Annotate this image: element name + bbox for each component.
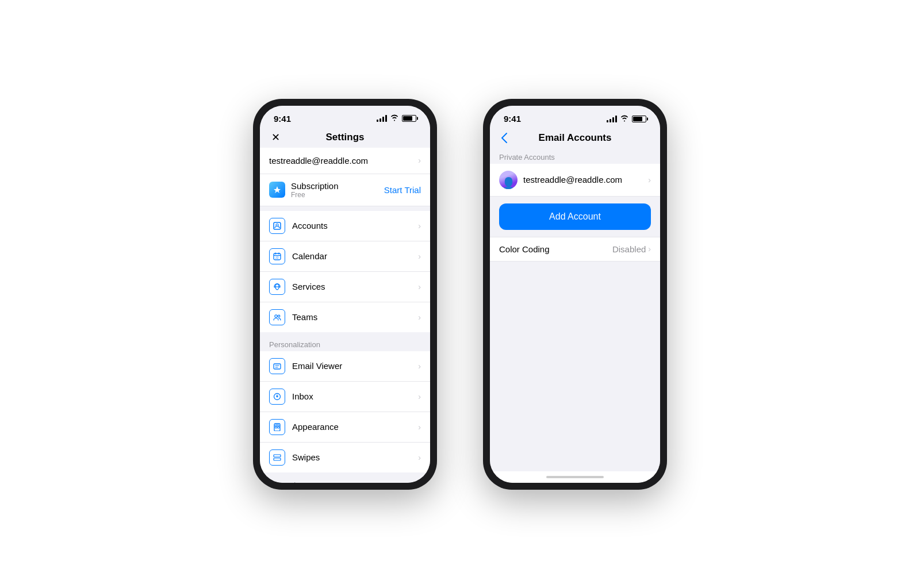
subscription-title: Subscription	[291, 181, 339, 191]
account-avatar: 👤	[499, 171, 518, 189]
account-email-row[interactable]: testreaddle@readdle.com ›	[260, 148, 430, 174]
wifi-icon-1	[390, 114, 398, 123]
settings-item-calendar[interactable]: 22 Calendar ›	[260, 241, 430, 272]
inbox-chevron: ›	[418, 392, 421, 401]
settings-item-swipes[interactable]: Swipes ›	[260, 443, 430, 472]
wifi-icon-2	[620, 114, 628, 124]
phone-settings: 9:41	[253, 99, 437, 490]
account-email-text: testreaddle@readdle.com	[269, 156, 368, 166]
calendar-icon: 22	[269, 248, 285, 264]
appearance-label: Appearance	[292, 422, 339, 432]
home-indicator	[490, 471, 660, 483]
private-accounts-label: Private Accounts	[490, 148, 660, 164]
settings-nav-bar: ✕ Settings	[260, 127, 430, 148]
services-label: Services	[292, 282, 325, 291]
subscription-subtitle: Free	[291, 191, 339, 199]
svg-rect-7	[274, 364, 281, 369]
accounts-label: Accounts	[292, 221, 328, 230]
settings-item-inbox[interactable]: Inbox ›	[260, 382, 430, 412]
color-coding-label: Color Coding	[499, 244, 550, 254]
status-time-2: 9:41	[504, 114, 521, 124]
services-icon	[269, 279, 285, 295]
color-coding-row[interactable]: Color Coding Disabled ›	[490, 237, 660, 262]
personalization-group: Email Viewer ›	[260, 351, 430, 472]
status-bar-2: 9:41	[490, 106, 660, 128]
account-chevron: ›	[648, 175, 651, 185]
email-viewer-icon	[269, 358, 285, 374]
svg-rect-13	[274, 458, 281, 460]
color-coding-chevron: ›	[648, 244, 651, 253]
calendar-label: Calendar	[292, 251, 327, 261]
subscription-row[interactable]: Subscription Free Start Trial	[260, 174, 430, 206]
svg-point-6	[278, 315, 280, 317]
account-email-text-2: testreaddle@readdle.com	[523, 175, 622, 185]
account-item[interactable]: 👤 testreaddle@readdle.com ›	[490, 164, 660, 197]
svg-rect-11	[278, 426, 279, 428]
email-accounts-nav-bar: Email Accounts	[490, 128, 660, 148]
email-viewer-label: Email Viewer	[292, 361, 342, 371]
accounts-chevron: ›	[418, 221, 421, 230]
accounts-icon	[269, 218, 285, 234]
settings-title: Settings	[325, 132, 364, 143]
status-icons-2	[607, 114, 646, 124]
settings-item-teams[interactable]: Teams ›	[260, 302, 430, 332]
settings-item-email-viewer[interactable]: Email Viewer ›	[260, 351, 430, 382]
signal-icon-1	[377, 115, 387, 122]
email-accounts-title: Email Accounts	[539, 132, 612, 144]
phone-email-accounts: 9:41	[483, 99, 667, 490]
personalization-header: Personalization	[260, 337, 430, 351]
email-viewer-chevron: ›	[418, 362, 421, 371]
svg-point-1	[276, 224, 278, 226]
subscription-left: Subscription Free	[269, 181, 339, 199]
signal-icon-2	[607, 116, 617, 122]
appearance-icon	[269, 419, 285, 435]
inbox-icon	[269, 389, 285, 405]
chevron-icon: ›	[418, 156, 421, 165]
add-account-button[interactable]: Add Account	[499, 203, 651, 230]
svg-rect-10	[275, 426, 277, 428]
email-accounts-content: Private Accounts 👤 testreaddle@readdle.c…	[490, 148, 660, 471]
settings-item-services[interactable]: Services ›	[260, 272, 430, 302]
inbox-label: Inbox	[292, 391, 313, 401]
email-accounts-screen: 9:41	[490, 106, 660, 483]
svg-rect-12	[274, 455, 281, 457]
general-header: General	[260, 477, 430, 483]
teams-label: Teams	[292, 312, 317, 322]
appearance-chevron: ›	[418, 422, 421, 432]
svg-point-5	[275, 314, 277, 317]
status-time-1: 9:41	[274, 114, 291, 124]
status-icons-1	[377, 114, 416, 123]
swipes-icon	[269, 449, 285, 466]
close-button[interactable]: ✕	[269, 129, 282, 146]
battery-icon-1	[402, 115, 416, 122]
teams-icon	[269, 309, 285, 325]
color-coding-value: Disabled	[612, 244, 646, 254]
status-bar-1: 9:41	[260, 106, 430, 127]
teams-chevron: ›	[418, 313, 421, 322]
calendar-chevron: ›	[418, 252, 421, 261]
battery-icon-2	[632, 116, 646, 122]
settings-screen: 9:41	[260, 106, 430, 483]
svg-text:22: 22	[275, 256, 279, 259]
phone-container: 9:41	[230, 76, 690, 513]
start-trial-button[interactable]: Start Trial	[384, 185, 421, 195]
settings-item-accounts[interactable]: Accounts ›	[260, 211, 430, 241]
settings-content: testreaddle@readdle.com › Subscription	[260, 148, 430, 483]
settings-item-appearance[interactable]: Appearance ›	[260, 412, 430, 443]
swipes-chevron: ›	[418, 453, 421, 462]
swipes-label: Swipes	[292, 452, 320, 462]
back-button[interactable]	[499, 130, 509, 145]
home-bar	[546, 476, 604, 478]
empty-space	[490, 262, 660, 434]
main-settings-group: Accounts › 22	[260, 211, 430, 332]
subscription-icon	[269, 182, 285, 198]
services-chevron: ›	[418, 282, 421, 291]
